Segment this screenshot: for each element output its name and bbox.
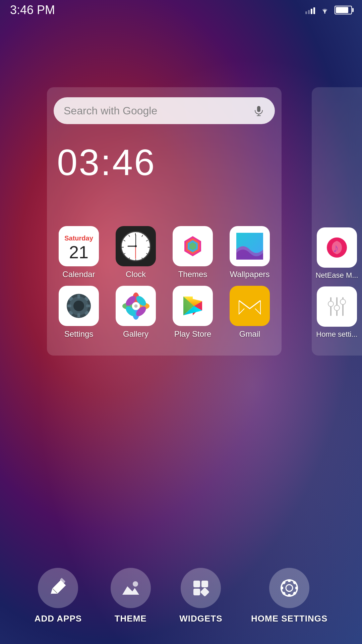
calendar-date: 21 xyxy=(69,244,88,261)
svg-point-55 xyxy=(286,585,293,591)
pencil-icon xyxy=(48,578,68,598)
app-item-homesettings[interactable]: Home setti... xyxy=(316,286,357,339)
wifi-icon xyxy=(320,6,330,14)
dock-item-home-settings[interactable]: HOME SETTINGS xyxy=(251,568,327,624)
theme-label: THEME xyxy=(115,613,147,624)
svg-point-39 xyxy=(340,299,346,305)
settings-icon xyxy=(59,286,99,326)
add-apps-label: ADD APPS xyxy=(35,613,82,624)
status-icons xyxy=(305,6,352,14)
settings-label: Settings xyxy=(64,329,94,339)
netease-svg: ♪ xyxy=(323,234,350,261)
themes-label: Themes xyxy=(178,270,207,279)
svg-point-30 xyxy=(134,304,137,308)
homesettings-svg xyxy=(325,294,349,319)
svg-point-41 xyxy=(133,581,138,587)
themes-icon xyxy=(173,226,213,266)
right-panel: ♪ NetEase M... Home setti... xyxy=(312,87,362,356)
calendar-label: Calendar xyxy=(62,270,95,279)
app-item-wallpapers[interactable]: Wallpapers xyxy=(225,226,275,279)
mountain-icon xyxy=(121,578,141,598)
svg-rect-1 xyxy=(257,106,260,112)
wallpapers-label: Wallpapers xyxy=(230,270,269,279)
clock-app-icon xyxy=(116,226,156,266)
widgets-icon xyxy=(181,568,221,608)
svg-rect-43 xyxy=(201,581,208,587)
gmail-label: Gmail xyxy=(239,329,260,339)
svg-rect-42 xyxy=(193,581,200,587)
app-item-calendar[interactable]: Saturday 21 Calendar xyxy=(54,226,104,279)
svg-rect-14 xyxy=(86,305,90,307)
gmail-icon xyxy=(230,286,270,326)
dock-item-theme[interactable]: THEME xyxy=(111,568,151,624)
wallpapers-icon xyxy=(230,226,270,266)
app-item-themes[interactable]: Themes xyxy=(168,226,218,279)
svg-rect-13 xyxy=(67,305,71,307)
svg-point-0 xyxy=(324,12,325,14)
svg-rect-11 xyxy=(77,294,80,299)
svg-rect-48 xyxy=(288,594,291,597)
clock-center xyxy=(135,245,137,247)
status-bar: 3:46 PM xyxy=(0,0,362,20)
gallery-icon xyxy=(116,286,156,326)
playstore-svg2 xyxy=(181,294,205,318)
themes-svg xyxy=(179,233,206,260)
second-hand xyxy=(135,246,136,259)
search-bar[interactable] xyxy=(54,97,275,124)
svg-rect-44 xyxy=(193,589,200,595)
app-item-clock[interactable]: Clock xyxy=(111,226,161,279)
playstore-icon xyxy=(173,286,213,326)
app-item-gallery[interactable]: Gallery xyxy=(111,286,161,339)
clock-label: Clock xyxy=(126,270,146,279)
app-item-playstore[interactable]: Play Store xyxy=(168,286,218,339)
app-item-netease[interactable]: ♪ NetEase M... xyxy=(315,227,358,280)
status-time: 3:46 PM xyxy=(10,3,55,17)
homesettings-label: Home setti... xyxy=(316,330,357,339)
main-panel: 03:46 Saturday 21 Calendar xyxy=(47,87,282,356)
search-input[interactable] xyxy=(64,105,253,117)
svg-rect-49 xyxy=(281,587,283,589)
battery-icon xyxy=(335,6,352,14)
netease-icon: ♪ xyxy=(317,227,357,268)
svg-rect-47 xyxy=(288,579,291,582)
add-apps-icon xyxy=(38,568,78,608)
svg-rect-12 xyxy=(77,313,80,317)
widgets-label: WIDGETS xyxy=(179,613,222,624)
app-grid: Saturday 21 Calendar xyxy=(50,219,278,345)
calendar-icon: Saturday 21 xyxy=(59,226,99,266)
svg-point-37 xyxy=(328,301,334,307)
svg-point-38 xyxy=(334,305,340,311)
signal-icon xyxy=(305,6,315,14)
theme-icon xyxy=(111,568,151,608)
clock-display: 03:46 xyxy=(54,134,275,190)
home-settings-icon xyxy=(269,568,309,608)
settings-svg xyxy=(65,292,92,319)
gallery-label: Gallery xyxy=(123,329,148,339)
mic-icon[interactable] xyxy=(253,105,265,117)
grid-icon xyxy=(191,578,211,598)
bottom-dock: ADD APPS THEME WIDGETS xyxy=(0,568,362,624)
right-panel-icons: ♪ NetEase M... Home setti... xyxy=(312,221,362,345)
app-item-gmail[interactable]: Gmail xyxy=(225,286,275,339)
minute-hand xyxy=(135,234,136,246)
calendar-day: Saturday xyxy=(59,232,99,244)
gear-icon xyxy=(279,578,299,598)
app-item-settings[interactable]: Settings xyxy=(54,286,104,339)
svg-text:♪: ♪ xyxy=(333,241,339,255)
svg-rect-31 xyxy=(239,299,260,314)
svg-point-19 xyxy=(73,301,84,311)
wallpapers-svg xyxy=(236,233,263,260)
clock-face xyxy=(121,231,151,261)
homesettings-icon xyxy=(317,286,357,327)
gallery-svg xyxy=(122,292,150,320)
svg-rect-45 xyxy=(200,587,209,597)
home-settings-label: HOME SETTINGS xyxy=(251,613,327,624)
gmail-svg xyxy=(236,292,263,319)
svg-rect-50 xyxy=(295,587,298,589)
dock-item-add-apps[interactable]: ADD APPS xyxy=(35,568,82,624)
dock-item-widgets[interactable]: WIDGETS xyxy=(179,568,222,624)
netease-label: NetEase M... xyxy=(315,271,358,280)
playstore-label: Play Store xyxy=(174,329,212,339)
